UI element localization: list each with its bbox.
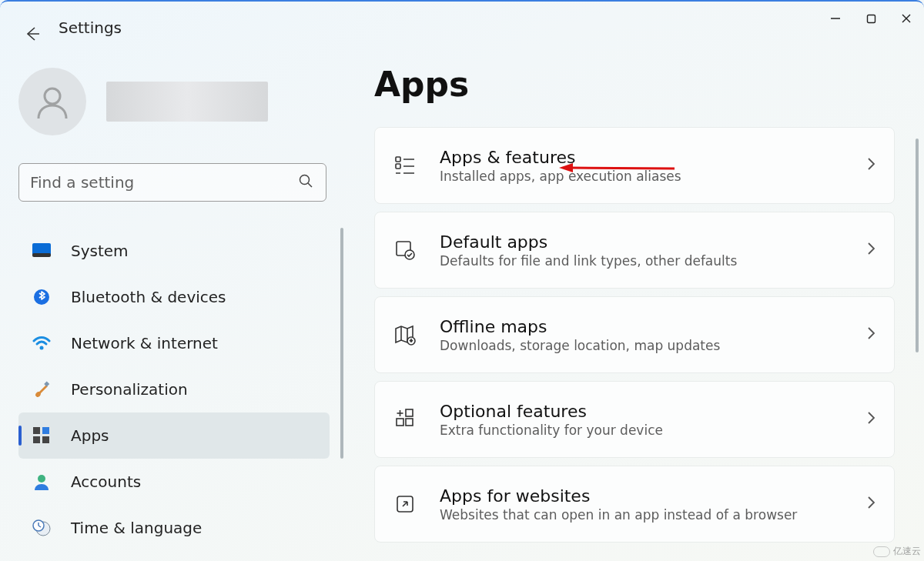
apps-for-websites-icon (393, 493, 417, 516)
card-default-apps[interactable]: Default apps Defaults for file and link … (374, 212, 895, 289)
accounts-icon (32, 473, 51, 491)
sidebar-item-network[interactable]: Network & internet (18, 320, 330, 366)
sidebar-item-label: Personalization (71, 380, 188, 399)
card-subtitle: Installed apps, app execution aliases (440, 169, 875, 184)
card-title: Offline maps (440, 317, 875, 336)
svg-rect-35 (406, 409, 413, 416)
card-optional-features[interactable]: Optional features Extra functionality fo… (374, 381, 895, 458)
card-title: Optional features (440, 402, 875, 421)
back-button[interactable] (18, 20, 46, 48)
watermark-icon (873, 546, 890, 557)
svg-point-6 (300, 175, 310, 185)
sidebar-item-label: Bluetooth & devices (71, 288, 226, 306)
window-controls (818, 3, 924, 34)
svg-rect-33 (397, 419, 403, 426)
chevron-right-icon (866, 496, 875, 513)
default-apps-icon (393, 239, 417, 262)
card-apps-for-websites[interactable]: Apps for websites Websites that can open… (374, 466, 895, 543)
app-title: Settings (59, 18, 122, 37)
svg-rect-1 (867, 15, 875, 22)
sidebar-item-bluetooth[interactable]: Bluetooth & devices (18, 274, 330, 320)
sidebar-item-label: Time & language (71, 519, 202, 537)
card-subtitle: Extra functionality for your device (440, 422, 875, 438)
search-input[interactable] (30, 173, 315, 192)
svg-point-5 (45, 88, 60, 104)
page-title: Apps (374, 65, 909, 104)
watermark-text: 亿速云 (893, 545, 921, 558)
avatar (18, 68, 86, 135)
chevron-right-icon (866, 157, 875, 174)
search-icon (298, 173, 313, 192)
user-profile[interactable] (18, 68, 328, 135)
apps-features-icon (393, 154, 417, 177)
card-title: Apps & features (440, 148, 875, 167)
chevron-right-icon (866, 411, 875, 428)
sidebar-item-accounts[interactable]: Accounts (18, 459, 330, 505)
svg-rect-9 (32, 253, 51, 257)
card-subtitle: Defaults for file and link types, other … (440, 253, 875, 269)
clock-globe-icon (32, 519, 51, 537)
sidebar-item-personalization[interactable]: Personalization (18, 366, 330, 412)
minimize-button[interactable] (818, 3, 853, 34)
bluetooth-icon (32, 288, 51, 306)
card-apps-and-features[interactable]: Apps & features Installed apps, app exec… (374, 127, 895, 204)
sidebar-item-system[interactable]: System (18, 228, 330, 274)
sidebar: System Bluetooth & devices Network & int… (18, 68, 328, 551)
offline-maps-icon (393, 323, 417, 346)
svg-point-11 (40, 346, 44, 350)
card-offline-maps[interactable]: Offline maps Downloads, storage location… (374, 296, 895, 373)
user-name-placeholder (106, 82, 268, 122)
system-icon (32, 242, 51, 260)
sidebar-item-label: System (71, 242, 129, 260)
card-subtitle: Downloads, storage location, map updates (440, 338, 875, 353)
search-box[interactable] (18, 163, 326, 202)
main-content: Apps Apps & features Installed apps, app… (374, 65, 909, 550)
maximize-button[interactable] (853, 3, 889, 34)
svg-rect-24 (396, 164, 400, 169)
chevron-right-icon (866, 326, 875, 343)
svg-rect-22 (396, 157, 400, 162)
card-title: Apps for websites (440, 486, 875, 506)
sidebar-item-time-language[interactable]: Time & language (18, 505, 330, 551)
optional-features-icon (393, 408, 417, 431)
svg-rect-16 (42, 436, 49, 443)
main-scrollbar[interactable] (916, 139, 919, 352)
sidebar-scrollbar[interactable] (340, 228, 343, 459)
sidebar-item-label: Accounts (71, 473, 141, 491)
apps-icon (32, 426, 51, 445)
wifi-icon (32, 334, 51, 352)
sidebar-item-label: Apps (71, 426, 109, 445)
svg-rect-12 (44, 381, 49, 386)
svg-rect-14 (42, 427, 49, 434)
paintbrush-icon (32, 380, 51, 399)
chevron-right-icon (866, 242, 875, 259)
svg-rect-13 (33, 427, 40, 434)
sidebar-item-label: Network & internet (71, 334, 218, 352)
svg-line-7 (308, 183, 312, 187)
svg-rect-15 (33, 436, 40, 443)
card-subtitle: Websites that can open in an app instead… (440, 507, 875, 523)
watermark: 亿速云 (873, 545, 921, 558)
nav-list: System Bluetooth & devices Network & int… (18, 228, 330, 551)
close-button[interactable] (889, 3, 924, 34)
svg-point-17 (38, 475, 45, 483)
card-title: Default apps (440, 232, 875, 252)
sidebar-item-apps[interactable]: Apps (18, 412, 330, 459)
svg-rect-34 (406, 419, 413, 426)
